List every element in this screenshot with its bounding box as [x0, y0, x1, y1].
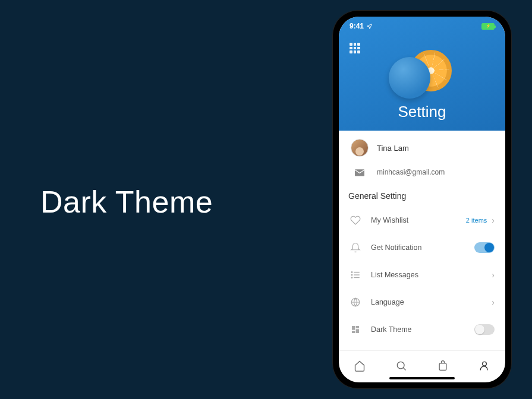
home-indicator[interactable] — [389, 377, 455, 379]
svg-line-14 — [403, 368, 405, 370]
language-label: Language — [371, 298, 482, 306]
svg-point-6 — [351, 277, 352, 278]
heart-icon — [350, 215, 361, 226]
darktheme-label: Dark Theme — [371, 325, 465, 334]
language-row[interactable]: Language › — [339, 289, 505, 316]
wishlist-count: 2 items — [466, 217, 487, 224]
apps-grid-icon[interactable] — [350, 43, 360, 53]
home-icon — [354, 360, 366, 372]
mail-icon — [354, 167, 366, 177]
phone-frame: 9:41 ⚡ Setting Tina L — [333, 11, 511, 388]
wishlist-row[interactable]: My Wishlist 2 items › — [339, 207, 505, 234]
svg-rect-15 — [439, 363, 446, 370]
page-headline: Dark Theme — [40, 184, 213, 220]
hero-illustration — [380, 45, 464, 93]
avatar — [351, 139, 369, 157]
darktheme-toggle[interactable] — [474, 324, 495, 335]
page-title: Setting — [339, 103, 505, 121]
settings-content: Tina Lam minhcasi@gmail.com General Sett… — [339, 131, 505, 350]
svg-rect-11 — [356, 329, 359, 333]
user-icon — [479, 360, 490, 372]
chevron-right-icon: › — [492, 297, 495, 307]
tab-profile[interactable] — [473, 354, 496, 378]
status-time: 9:41 — [350, 22, 364, 30]
tab-bag[interactable] — [431, 354, 455, 378]
email-row[interactable]: minhcasi@gmail.com — [339, 162, 505, 188]
shopping-bag-icon — [437, 360, 449, 372]
battery-icon: ⚡ — [481, 23, 495, 30]
svg-rect-0 — [355, 169, 364, 176]
section-title: General Setting — [339, 188, 505, 207]
svg-rect-12 — [352, 331, 355, 333]
hero-header: 9:41 ⚡ Setting — [339, 17, 505, 131]
wishlist-label: My Wishlist — [371, 216, 457, 224]
location-arrow-icon — [366, 23, 373, 30]
profile-email: minhcasi@gmail.com — [377, 168, 445, 176]
messages-row[interactable]: List Messages › — [339, 261, 505, 289]
chevron-right-icon: › — [492, 216, 495, 225]
svg-point-4 — [351, 272, 352, 273]
globe-icon — [350, 297, 361, 308]
notification-label: Get Notification — [371, 243, 465, 252]
notification-toggle[interactable] — [474, 242, 495, 253]
search-icon — [395, 360, 407, 372]
svg-point-13 — [397, 362, 404, 369]
svg-rect-9 — [352, 326, 355, 330]
svg-point-5 — [351, 274, 352, 276]
darktheme-row[interactable]: Dark Theme — [339, 316, 505, 343]
tab-home[interactable] — [348, 354, 372, 378]
status-bar: 9:41 ⚡ — [339, 17, 505, 33]
svg-rect-10 — [356, 326, 359, 328]
dashboard-icon — [351, 325, 360, 334]
profile-row[interactable]: Tina Lam — [339, 131, 505, 162]
list-icon — [350, 270, 361, 280]
phone-screen: 9:41 ⚡ Setting Tina L — [339, 17, 505, 382]
notification-row[interactable]: Get Notification — [339, 234, 505, 261]
bell-icon — [350, 242, 361, 253]
svg-point-16 — [483, 362, 487, 366]
chevron-right-icon: › — [492, 270, 495, 280]
messages-label: List Messages — [371, 271, 482, 279]
profile-name: Tina Lam — [377, 144, 409, 153]
tab-search[interactable] — [389, 354, 413, 378]
